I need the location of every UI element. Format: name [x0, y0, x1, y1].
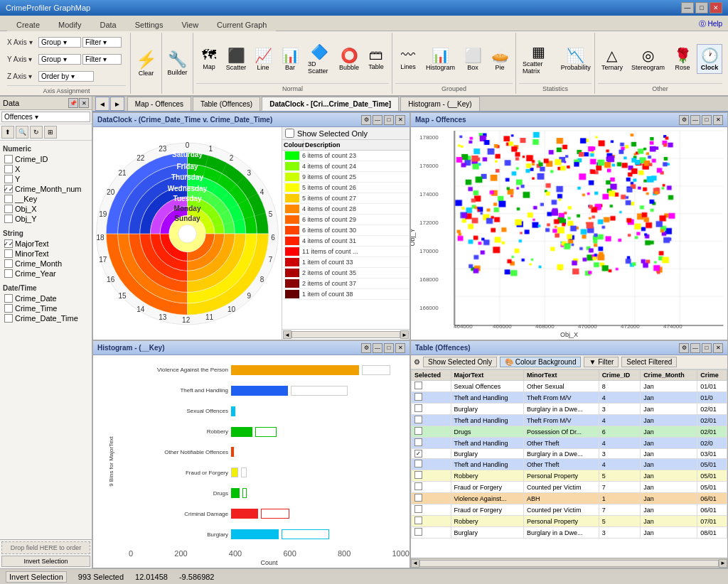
row-selected[interactable] [412, 404, 451, 415]
row-selected[interactable] [412, 392, 451, 404]
col-selected[interactable]: Selected [412, 370, 451, 381]
tab-current-graph[interactable]: Current Graph [208, 18, 276, 31]
x-group-dropdown[interactable]: Group ▾ [38, 37, 81, 48]
legend-scroll-track[interactable] [291, 331, 400, 338]
row-checkbox[interactable] [414, 517, 422, 524]
help-btn[interactable]: ⓪ Help [693, 18, 728, 31]
sidebar-pin-btn[interactable]: 📌 [68, 98, 78, 108]
dataclock-close-btn[interactable]: ✕ [395, 115, 405, 125]
field-key-checkbox[interactable] [4, 195, 13, 203]
field-crime-month[interactable]: Crime_Month [3, 259, 89, 269]
tab-modify[interactable]: Modify [49, 18, 90, 31]
drop-field-area[interactable]: Drop field HERE to order [1, 541, 90, 554]
builder-btn[interactable]: 🔧 Builder [164, 34, 191, 92]
expand-btn[interactable]: ⊞ [44, 126, 57, 139]
row-checkbox[interactable]: ✓ [414, 450, 422, 458]
lines-btn[interactable]: 〰 Lines [395, 44, 421, 73]
row-checkbox[interactable] [414, 528, 422, 536]
field-x-checkbox[interactable] [4, 165, 13, 173]
row-selected[interactable] [412, 426, 451, 438]
field-crime-time[interactable]: Crime_Time [3, 303, 89, 313]
x-filter-dropdown[interactable]: Filter ▾ [82, 37, 122, 48]
histogram-settings-btn[interactable]: ⚙ [361, 343, 371, 353]
nav-next-btn[interactable]: ► [110, 97, 124, 111]
histogram-maximize-btn[interactable]: □ [384, 343, 394, 353]
row-selected[interactable] [412, 504, 451, 516]
col-crime-id[interactable]: Crime_ID [599, 370, 641, 381]
dataclock-maximize-btn[interactable]: □ [384, 115, 394, 125]
field-crime-month-checkbox[interactable] [4, 259, 13, 268]
colour-background-btn[interactable]: 🎨 Colour Background [500, 357, 581, 367]
tab-create[interactable]: Create [7, 18, 49, 31]
row-selected[interactable] [412, 438, 451, 449]
table-close-btn[interactable]: ✕ [713, 343, 723, 353]
ternary-btn[interactable]: △ Ternary [598, 44, 626, 74]
legend-scroll-right[interactable]: ► [400, 330, 409, 339]
tab-view[interactable]: View [172, 18, 208, 31]
field-crime-id-checkbox[interactable] [4, 155, 13, 163]
row-checkbox[interactable] [414, 494, 422, 502]
filter-btn[interactable]: ▼ Filter [584, 357, 619, 367]
row-selected[interactable] [412, 527, 451, 539]
col-majortext[interactable]: MajorText [451, 370, 524, 381]
rose-btn[interactable]: 🌹 Rose [670, 44, 695, 74]
field-obj-y[interactable]: Obj_Y [3, 214, 89, 224]
tab-table-offences[interactable]: Table (Offences) [193, 97, 260, 111]
row-selected[interactable]: ✓ [412, 449, 451, 459]
invert-selection-status-btn[interactable]: Invert Selection [6, 571, 67, 583]
tab-settings[interactable]: Settings [126, 18, 173, 31]
col-crime-month[interactable]: Crime_Month [641, 370, 697, 381]
filter-btn[interactable]: 🔍 [16, 126, 28, 139]
field-minor-text-checkbox[interactable] [4, 249, 13, 258]
row-checkbox[interactable] [414, 393, 422, 401]
scatter3d-btn[interactable]: 🔷 3D Scatter [304, 40, 335, 77]
row-checkbox[interactable] [414, 482, 422, 490]
histogram-minimize-btn[interactable]: — [373, 343, 382, 353]
table-scroll-left[interactable]: ◄ [411, 559, 419, 568]
row-selected[interactable] [412, 381, 451, 392]
clear-btn[interactable]: ⚡ Clear [132, 34, 161, 92]
histogram-close-btn[interactable]: ✕ [395, 343, 405, 353]
tab-dataclock[interactable]: DataClock - [Cri...Crime_Date_Time] [262, 97, 399, 111]
field-crime-month-num[interactable]: ✓Crime_Month_num [3, 184, 89, 194]
table-container[interactable]: Selected MajorText MinorText Crime_ID Cr… [411, 369, 727, 558]
dataclock-minimize-btn[interactable]: — [373, 115, 382, 125]
table-scroll-track[interactable] [419, 560, 719, 567]
show-selected-only-btn[interactable]: Show Selected Only [423, 357, 497, 367]
field-y[interactable]: Y [3, 174, 89, 184]
z-order-dropdown[interactable]: Order by ▾ [38, 71, 94, 82]
row-selected[interactable] [412, 415, 451, 426]
row-selected[interactable] [412, 493, 451, 504]
field-minor-text[interactable]: MinorText [3, 249, 89, 259]
field-y-checkbox[interactable] [4, 175, 13, 183]
field-major-text[interactable]: ✓MajorText [3, 239, 89, 249]
field-major-text-checkbox[interactable]: ✓ [4, 239, 13, 248]
bar-btn[interactable]: 📊 Bar [277, 44, 303, 74]
line-btn[interactable]: 📈 Line [250, 44, 276, 74]
row-checkbox[interactable] [414, 416, 422, 423]
row-checkbox[interactable] [414, 438, 422, 446]
select-filtered-btn[interactable]: Select Filtered [621, 357, 677, 367]
row-selected[interactable] [412, 459, 451, 470]
tab-data[interactable]: Data [90, 18, 125, 31]
field-crime-year-checkbox[interactable] [4, 269, 13, 278]
stereogram-btn[interactable]: ◎ Stereogram [628, 44, 668, 74]
legend-scroll-left[interactable]: ◄ [283, 330, 291, 339]
sort-btn[interactable]: ⬆ [1, 126, 14, 139]
minimize-btn[interactable]: — [681, 2, 694, 13]
invert-selection-btn[interactable]: Invert Selection [1, 556, 90, 567]
field-crime-id[interactable]: Crime_ID [3, 154, 89, 164]
row-checkbox[interactable] [414, 382, 422, 389]
field-obj-y-checkbox[interactable] [4, 215, 13, 223]
field-crime-date-time[interactable]: Crime_Date_Time [3, 313, 89, 323]
probability-btn[interactable]: 📉 Probability [560, 44, 592, 74]
field-crime-date[interactable]: Crime_Date [3, 293, 89, 303]
row-checkbox[interactable] [414, 505, 422, 513]
maximize-btn[interactable]: □ [695, 2, 708, 13]
row-selected[interactable] [412, 516, 451, 527]
table-settings-btn[interactable]: ⚙ [679, 343, 689, 353]
histogram-btn[interactable]: 📊 Histogram [422, 44, 459, 74]
field-crime-date-checkbox[interactable] [4, 294, 13, 303]
box-btn[interactable]: ⬜ Box [460, 44, 486, 74]
col-minortext[interactable]: MinorText [524, 370, 599, 381]
